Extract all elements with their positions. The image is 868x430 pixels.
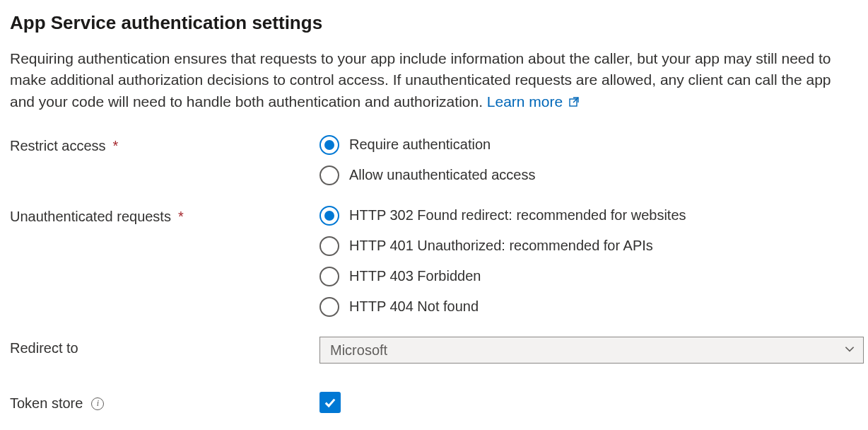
- unauthenticated-requests-options: HTTP 302 Found redirect: recommended for…: [319, 205, 858, 317]
- radio-label: HTTP 302 Found redirect: recommended for…: [349, 205, 686, 226]
- redirect-to-field: Redirect to Microsoft: [10, 337, 858, 364]
- redirect-to-dropdown[interactable]: Microsoft: [319, 337, 864, 364]
- external-link-icon: [568, 92, 580, 113]
- radio-indicator: [319, 297, 339, 317]
- radio-http-403[interactable]: HTTP 403 Forbidden: [319, 266, 858, 286]
- radio-indicator: [319, 267, 339, 286]
- radio-http-302[interactable]: HTTP 302 Found redirect: recommended for…: [319, 205, 858, 226]
- checkmark-icon: [323, 395, 337, 409]
- unauthenticated-requests-label: Unauthenticated requests *: [10, 205, 319, 227]
- restrict-access-options: Require authentication Allow unauthentic…: [319, 134, 858, 185]
- radio-label: HTTP 403 Forbidden: [349, 266, 481, 286]
- learn-more-link[interactable]: Learn more: [487, 93, 580, 110]
- radio-indicator: [319, 165, 339, 185]
- restrict-access-field: Restrict access * Require authentication…: [10, 134, 858, 185]
- radio-http-404[interactable]: HTTP 404 Not found: [319, 296, 858, 317]
- info-icon[interactable]: i: [91, 397, 104, 410]
- radio-label: HTTP 404 Not found: [349, 296, 479, 317]
- radio-indicator: [319, 236, 339, 256]
- required-asterisk: *: [178, 207, 184, 227]
- radio-label: Allow unauthenticated access: [349, 165, 536, 185]
- description-text: Requiring authentication ensures that re…: [10, 50, 831, 110]
- token-store-label: Token store i: [10, 392, 319, 414]
- token-store-field: Token store i: [10, 392, 858, 414]
- radio-allow-unauthenticated[interactable]: Allow unauthenticated access: [319, 165, 858, 185]
- restrict-access-label-text: Restrict access: [10, 136, 106, 156]
- radio-label: Require authentication: [349, 134, 491, 155]
- radio-indicator: [319, 135, 339, 155]
- token-store-label-text: Token store: [10, 393, 83, 414]
- dropdown-value: Microsoft: [330, 340, 387, 361]
- redirect-to-label-text: Redirect to: [10, 338, 78, 359]
- learn-more-label: Learn more: [487, 93, 563, 110]
- redirect-to-label: Redirect to: [10, 337, 319, 359]
- required-asterisk: *: [113, 136, 119, 156]
- restrict-access-label: Restrict access *: [10, 134, 319, 156]
- chevron-down-icon: [843, 340, 856, 361]
- page-title: App Service authentication settings: [10, 10, 858, 37]
- token-store-checkbox[interactable]: [319, 392, 341, 413]
- radio-require-authentication[interactable]: Require authentication: [319, 134, 858, 155]
- radio-label: HTTP 401 Unauthorized: recommended for A…: [349, 236, 653, 256]
- description-paragraph: Requiring authentication ensures that re…: [10, 48, 848, 113]
- radio-http-401[interactable]: HTTP 401 Unauthorized: recommended for A…: [319, 236, 858, 256]
- unauthenticated-requests-field: Unauthenticated requests * HTTP 302 Foun…: [10, 205, 858, 317]
- radio-indicator: [319, 206, 339, 226]
- unauth-requests-label-text: Unauthenticated requests: [10, 207, 171, 227]
